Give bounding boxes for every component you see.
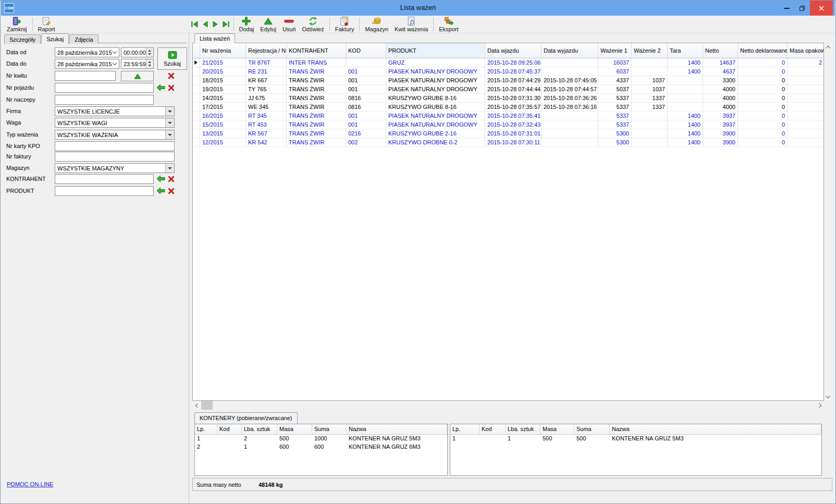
raport-button[interactable]: Raport	[35, 16, 58, 33]
restore-button[interactable]	[794, 1, 810, 16]
tab-szukaj[interactable]: Szukaj	[41, 33, 69, 44]
first-record-button[interactable]	[190, 18, 200, 31]
clear-nr-pojazdu-button[interactable]	[167, 84, 175, 92]
combo-dropdown-button[interactable]	[165, 118, 174, 127]
table-row[interactable]: 17/2015WE 345TRANS ŻWIR0816KRUSZYWO GRUB…	[193, 103, 824, 112]
tab-kontenery[interactable]: KONTENERY (pobierane/zwracane)	[194, 412, 298, 424]
clear-kontrahent-button[interactable]	[167, 175, 175, 183]
pick-kontrahent-button[interactable]	[156, 175, 165, 182]
container-column-header[interactable]: Suma	[312, 424, 347, 434]
container-cell: KONTENER NA GRUZ 6M3	[347, 443, 447, 451]
column-header-3[interactable]: KONTRAHENT	[287, 43, 346, 58]
odswiez-button[interactable]: Odśwież	[299, 16, 327, 33]
pick-produkt-button[interactable]	[156, 187, 165, 194]
table-row[interactable]: 14/2015JJ 675TRANS ŻWIR0816KRUSZYWO GRUB…	[193, 94, 824, 103]
container-row[interactable]: 21600600KONTENER NA GRUZ 6M3	[195, 443, 447, 451]
container-column-header[interactable]: Nazwa	[610, 424, 821, 434]
pomoc-online-link[interactable]: POMOC ON-LINE	[7, 481, 53, 487]
clear-produkt-button[interactable]	[167, 187, 175, 195]
time-spinner[interactable]	[146, 59, 153, 68]
column-header-5[interactable]: PRODUKT	[386, 43, 485, 58]
nr-faktury-input[interactable]	[55, 152, 175, 162]
scroll-right-button[interactable]	[816, 401, 824, 410]
scroll-up-button[interactable]	[824, 43, 832, 51]
last-record-button[interactable]	[221, 18, 231, 31]
waga-select[interactable]: WSZYSTKIE WAGI	[55, 118, 175, 128]
combo-dropdown-button[interactable]	[165, 130, 174, 139]
column-header-13[interactable]: Masa opakowa	[788, 43, 824, 58]
table-row[interactable]: 21/2015TR 876TINTER TRANSGRUZ2015-10-28 …	[193, 58, 824, 67]
container-column-header[interactable]: Masa	[277, 424, 312, 434]
container-column-header[interactable]: Lp.	[450, 424, 480, 434]
horizontal-scrollbar[interactable]	[192, 401, 824, 410]
dodaj-button[interactable]: Dodaj	[236, 16, 257, 33]
vertical-scrollbar[interactable]	[824, 43, 832, 401]
data-do-select[interactable]: 28 października 2015	[55, 59, 119, 69]
scrollbar-thumb[interactable]	[201, 401, 213, 410]
container-column-header[interactable]: Masa	[540, 424, 574, 434]
magazyn-button[interactable]: Magazyn	[362, 16, 391, 33]
container-column-header[interactable]: Lp.	[195, 424, 217, 434]
column-header-9[interactable]: Ważenie 2	[632, 43, 668, 58]
minimize-button[interactable]	[779, 1, 794, 16]
expand-triangle-button[interactable]	[121, 71, 154, 81]
column-header-4[interactable]: KOD	[346, 43, 386, 58]
firma-select[interactable]: WSZYSTKIE LICENCJE	[55, 106, 175, 116]
column-header-11[interactable]: Netto	[703, 43, 738, 58]
prev-record-button[interactable]	[200, 18, 211, 31]
kontrahent-input[interactable]	[55, 174, 154, 184]
nr-kwitu-input[interactable]	[55, 71, 116, 81]
table-row[interactable]: 20/2015RE 231TRANS ŻWIR001PIASEK NATURAL…	[193, 67, 824, 76]
column-header-7[interactable]: Data wyjazdu	[542, 43, 598, 58]
faktury-button[interactable]: Faktury	[332, 16, 358, 33]
scroll-down-button[interactable]	[824, 392, 832, 401]
container-column-header[interactable]: Suma	[574, 424, 610, 434]
table-row[interactable]: 18/2015KR 667TRANS ŻWIR001PIASEK NATURAL…	[193, 76, 824, 85]
container-row[interactable]: 11500500KONTENER NA GRUZ 5M3	[450, 435, 821, 443]
container-column-header[interactable]: Lba. sztuk	[242, 424, 277, 434]
szukaj-button[interactable]: Szukaj	[157, 47, 187, 70]
table-row[interactable]: 15/2015RT 453TRANS ŻWIR001PIASEK NATURAL…	[193, 120, 824, 129]
tab-lista-wazen[interactable]: Lista ważeń	[194, 33, 235, 43]
kwit-wazenia-button[interactable]: Kwit ważenia	[391, 16, 431, 33]
pick-nr-pojazdu-button[interactable]	[156, 84, 165, 91]
column-header-10[interactable]: Tara	[668, 43, 703, 58]
container-column-header[interactable]: Kod	[217, 424, 242, 434]
cell: 0	[738, 85, 788, 94]
column-header-8[interactable]: Ważenie 1	[598, 43, 632, 58]
combo-dropdown-button[interactable]	[165, 164, 174, 173]
clear-nr-kwitu-button[interactable]	[167, 72, 175, 80]
nr-naczepy-input[interactable]	[55, 95, 154, 105]
container-column-header[interactable]: Kod	[480, 424, 506, 434]
magazyn-select[interactable]: WSZYSTKIE MAGAZYNY	[55, 163, 175, 173]
typ-wazenia-select[interactable]: WSZYSTKIE WAŻENIA	[55, 130, 175, 140]
usun-button[interactable]: Usuń	[279, 16, 299, 33]
zamknij-button[interactable]: Zamknij	[4, 16, 30, 33]
column-header-6[interactable]: Data wjazdu	[485, 43, 542, 58]
tab-zdjecia[interactable]: Zdjęcia	[69, 34, 98, 44]
next-record-button[interactable]	[211, 18, 221, 31]
time-spinner[interactable]	[146, 48, 153, 57]
close-button[interactable]	[810, 1, 833, 16]
table-row[interactable]: 13/2015KR 567TRANS ŻWIR0216KRUSZYWO GRUB…	[193, 129, 824, 138]
column-header-12[interactable]: Netto deklarowane	[738, 43, 788, 58]
container-row[interactable]: 125001000KONTENER NA GRUZ 5M3	[195, 435, 447, 443]
tab-szczegoly[interactable]: Szczegóły	[4, 34, 41, 44]
edytuj-button[interactable]: UsuńEdytuj	[257, 16, 279, 33]
eksport-button[interactable]: Eksport	[436, 16, 461, 33]
data-od-select[interactable]: 28 października 2015	[55, 47, 119, 57]
table-row[interactable]: 16/2015RT 345TRANS ŻWIR001PIASEK NATURAL…	[193, 112, 824, 120]
container-column-header[interactable]: Lba. sztuk	[506, 424, 540, 434]
data-do-time-input[interactable]: 23:59:59	[121, 59, 154, 69]
table-row[interactable]: 12/2015KR 542TRANS ŻWIR002KRUSZYWO DROBN…	[193, 138, 824, 147]
produkt-input[interactable]	[55, 186, 154, 196]
table-row[interactable]: 19/2015TY 765TRANS ŻWIR001PIASEK NATURAL…	[193, 85, 824, 94]
nr-pojazdu-input[interactable]	[55, 83, 154, 93]
scroll-left-button[interactable]	[192, 401, 201, 410]
combo-dropdown-button[interactable]	[165, 107, 174, 116]
column-header-1[interactable]: Nr ważenia	[200, 43, 246, 58]
column-header-2[interactable]: Rejestracja / Nr	[246, 43, 287, 58]
nr-karty-kpo-input[interactable]	[55, 141, 175, 151]
container-column-header[interactable]: Nazwa	[347, 424, 447, 434]
data-od-time-input[interactable]: 00:00:00	[121, 47, 154, 57]
